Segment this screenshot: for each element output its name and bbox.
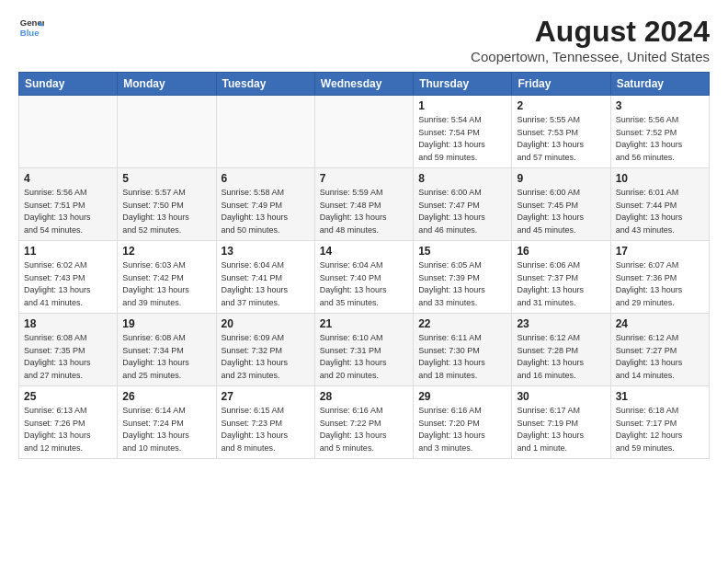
calendar-table: SundayMondayTuesdayWednesdayThursdayFrid… bbox=[18, 72, 710, 459]
day-info: Sunrise: 6:08 AM Sunset: 7:35 PM Dayligh… bbox=[24, 332, 112, 382]
day-info: Sunrise: 6:06 AM Sunset: 7:37 PM Dayligh… bbox=[517, 259, 605, 309]
day-info: Sunrise: 5:58 AM Sunset: 7:49 PM Dayligh… bbox=[222, 187, 310, 236]
day-number: 3 bbox=[616, 99, 704, 112]
day-number: 15 bbox=[418, 245, 506, 258]
day-number: 13 bbox=[222, 245, 310, 258]
page-title: August 2024 bbox=[471, 15, 710, 49]
calendar-header-row: SundayMondayTuesdayWednesdayThursdayFrid… bbox=[19, 73, 710, 96]
calendar-cell: 31Sunrise: 6:18 AM Sunset: 7:17 PM Dayli… bbox=[610, 386, 709, 459]
calendar-cell: 12Sunrise: 6:03 AM Sunset: 7:42 PM Dayli… bbox=[118, 241, 216, 314]
day-info: Sunrise: 6:12 AM Sunset: 7:28 PM Dayligh… bbox=[517, 332, 605, 382]
day-number: 11 bbox=[24, 245, 112, 258]
calendar-week-row: 4Sunrise: 5:56 AM Sunset: 7:51 PM Daylig… bbox=[19, 168, 710, 241]
day-number: 17 bbox=[616, 245, 704, 258]
calendar-cell bbox=[19, 96, 118, 168]
day-info: Sunrise: 6:09 AM Sunset: 7:32 PM Dayligh… bbox=[222, 332, 310, 382]
day-number: 5 bbox=[122, 172, 210, 185]
day-info: Sunrise: 6:18 AM Sunset: 7:17 PM Dayligh… bbox=[616, 405, 704, 454]
svg-text:Blue: Blue bbox=[20, 28, 40, 38]
calendar-cell: 3Sunrise: 5:56 AM Sunset: 7:52 PM Daylig… bbox=[610, 96, 709, 168]
day-info: Sunrise: 6:02 AM Sunset: 7:43 PM Dayligh… bbox=[24, 259, 112, 309]
calendar-cell: 28Sunrise: 6:16 AM Sunset: 7:22 PM Dayli… bbox=[314, 386, 413, 459]
weekday-header: Monday bbox=[118, 73, 216, 96]
day-info: Sunrise: 6:12 AM Sunset: 7:27 PM Dayligh… bbox=[616, 332, 704, 382]
day-info: Sunrise: 6:00 AM Sunset: 7:45 PM Dayligh… bbox=[517, 187, 605, 236]
day-info: Sunrise: 5:54 AM Sunset: 7:54 PM Dayligh… bbox=[418, 114, 506, 164]
calendar-cell: 4Sunrise: 5:56 AM Sunset: 7:51 PM Daylig… bbox=[19, 168, 118, 241]
day-number: 31 bbox=[616, 390, 704, 403]
day-info: Sunrise: 6:13 AM Sunset: 7:26 PM Dayligh… bbox=[24, 405, 112, 454]
weekday-header: Friday bbox=[512, 73, 610, 96]
logo-icon: General Blue bbox=[18, 15, 44, 40]
day-number: 26 bbox=[122, 390, 210, 403]
day-number: 28 bbox=[320, 390, 408, 403]
day-info: Sunrise: 5:57 AM Sunset: 7:50 PM Dayligh… bbox=[122, 187, 210, 236]
calendar-cell: 22Sunrise: 6:11 AM Sunset: 7:30 PM Dayli… bbox=[414, 314, 512, 386]
day-info: Sunrise: 6:16 AM Sunset: 7:20 PM Dayligh… bbox=[418, 405, 506, 454]
day-info: Sunrise: 6:05 AM Sunset: 7:39 PM Dayligh… bbox=[418, 259, 506, 309]
day-number: 18 bbox=[24, 317, 112, 330]
day-number: 10 bbox=[616, 172, 704, 185]
day-number: 29 bbox=[418, 390, 506, 403]
day-number: 25 bbox=[24, 390, 112, 403]
calendar-week-row: 1Sunrise: 5:54 AM Sunset: 7:54 PM Daylig… bbox=[19, 96, 710, 168]
day-info: Sunrise: 6:04 AM Sunset: 7:40 PM Dayligh… bbox=[320, 259, 408, 309]
day-info: Sunrise: 6:10 AM Sunset: 7:31 PM Dayligh… bbox=[320, 332, 408, 382]
day-number: 27 bbox=[222, 390, 310, 403]
calendar-week-row: 18Sunrise: 6:08 AM Sunset: 7:35 PM Dayli… bbox=[19, 314, 710, 386]
calendar-cell: 10Sunrise: 6:01 AM Sunset: 7:44 PM Dayli… bbox=[610, 168, 709, 241]
calendar-cell: 14Sunrise: 6:04 AM Sunset: 7:40 PM Dayli… bbox=[314, 241, 413, 314]
calendar-cell: 15Sunrise: 6:05 AM Sunset: 7:39 PM Dayli… bbox=[414, 241, 512, 314]
day-number: 30 bbox=[517, 390, 605, 403]
day-number: 23 bbox=[517, 317, 605, 330]
day-number: 20 bbox=[222, 317, 310, 330]
day-info: Sunrise: 5:59 AM Sunset: 7:48 PM Dayligh… bbox=[320, 187, 408, 236]
calendar-cell: 2Sunrise: 5:55 AM Sunset: 7:53 PM Daylig… bbox=[512, 96, 610, 168]
calendar-cell: 18Sunrise: 6:08 AM Sunset: 7:35 PM Dayli… bbox=[19, 314, 118, 386]
day-number: 2 bbox=[517, 99, 605, 112]
calendar-cell: 19Sunrise: 6:08 AM Sunset: 7:34 PM Dayli… bbox=[118, 314, 216, 386]
calendar-cell: 29Sunrise: 6:16 AM Sunset: 7:20 PM Dayli… bbox=[414, 386, 512, 459]
day-info: Sunrise: 5:56 AM Sunset: 7:51 PM Dayligh… bbox=[24, 187, 112, 236]
day-info: Sunrise: 6:04 AM Sunset: 7:41 PM Dayligh… bbox=[222, 259, 310, 309]
calendar-cell: 20Sunrise: 6:09 AM Sunset: 7:32 PM Dayli… bbox=[216, 314, 314, 386]
weekday-header: Wednesday bbox=[314, 73, 413, 96]
day-info: Sunrise: 6:15 AM Sunset: 7:23 PM Dayligh… bbox=[222, 405, 310, 454]
day-info: Sunrise: 6:07 AM Sunset: 7:36 PM Dayligh… bbox=[616, 259, 704, 309]
day-info: Sunrise: 6:17 AM Sunset: 7:19 PM Dayligh… bbox=[517, 405, 605, 454]
calendar-cell bbox=[314, 96, 413, 168]
calendar-cell: 16Sunrise: 6:06 AM Sunset: 7:37 PM Dayli… bbox=[512, 241, 610, 314]
logo: General Blue bbox=[18, 15, 44, 40]
weekday-header: Saturday bbox=[610, 73, 709, 96]
calendar-cell: 6Sunrise: 5:58 AM Sunset: 7:49 PM Daylig… bbox=[216, 168, 314, 241]
day-info: Sunrise: 6:14 AM Sunset: 7:24 PM Dayligh… bbox=[122, 405, 210, 454]
day-number: 1 bbox=[418, 99, 506, 112]
calendar-week-row: 11Sunrise: 6:02 AM Sunset: 7:43 PM Dayli… bbox=[19, 241, 710, 314]
day-number: 14 bbox=[320, 245, 408, 258]
weekday-header: Thursday bbox=[414, 73, 512, 96]
calendar-cell: 7Sunrise: 5:59 AM Sunset: 7:48 PM Daylig… bbox=[314, 168, 413, 241]
calendar-cell bbox=[216, 96, 314, 168]
day-info: Sunrise: 6:16 AM Sunset: 7:22 PM Dayligh… bbox=[320, 405, 408, 454]
day-info: Sunrise: 6:00 AM Sunset: 7:47 PM Dayligh… bbox=[418, 187, 506, 236]
day-info: Sunrise: 5:55 AM Sunset: 7:53 PM Dayligh… bbox=[517, 114, 605, 164]
calendar-cell bbox=[118, 96, 216, 168]
day-number: 19 bbox=[122, 317, 210, 330]
weekday-header: Tuesday bbox=[216, 73, 314, 96]
day-info: Sunrise: 6:03 AM Sunset: 7:42 PM Dayligh… bbox=[122, 259, 210, 309]
calendar-cell: 25Sunrise: 6:13 AM Sunset: 7:26 PM Dayli… bbox=[19, 386, 118, 459]
day-info: Sunrise: 5:56 AM Sunset: 7:52 PM Dayligh… bbox=[616, 114, 704, 164]
calendar-cell: 8Sunrise: 6:00 AM Sunset: 7:47 PM Daylig… bbox=[414, 168, 512, 241]
calendar-cell: 23Sunrise: 6:12 AM Sunset: 7:28 PM Dayli… bbox=[512, 314, 610, 386]
weekday-header: Sunday bbox=[19, 73, 118, 96]
calendar-cell: 24Sunrise: 6:12 AM Sunset: 7:27 PM Dayli… bbox=[610, 314, 709, 386]
calendar-cell: 30Sunrise: 6:17 AM Sunset: 7:19 PM Dayli… bbox=[512, 386, 610, 459]
page-subtitle: Coopertown, Tennessee, United States bbox=[471, 49, 710, 64]
day-info: Sunrise: 6:01 AM Sunset: 7:44 PM Dayligh… bbox=[616, 187, 704, 236]
day-number: 4 bbox=[24, 172, 112, 185]
calendar-cell: 27Sunrise: 6:15 AM Sunset: 7:23 PM Dayli… bbox=[216, 386, 314, 459]
calendar-cell: 5Sunrise: 5:57 AM Sunset: 7:50 PM Daylig… bbox=[118, 168, 216, 241]
day-number: 8 bbox=[418, 172, 506, 185]
calendar-cell: 11Sunrise: 6:02 AM Sunset: 7:43 PM Dayli… bbox=[19, 241, 118, 314]
day-number: 22 bbox=[418, 317, 506, 330]
